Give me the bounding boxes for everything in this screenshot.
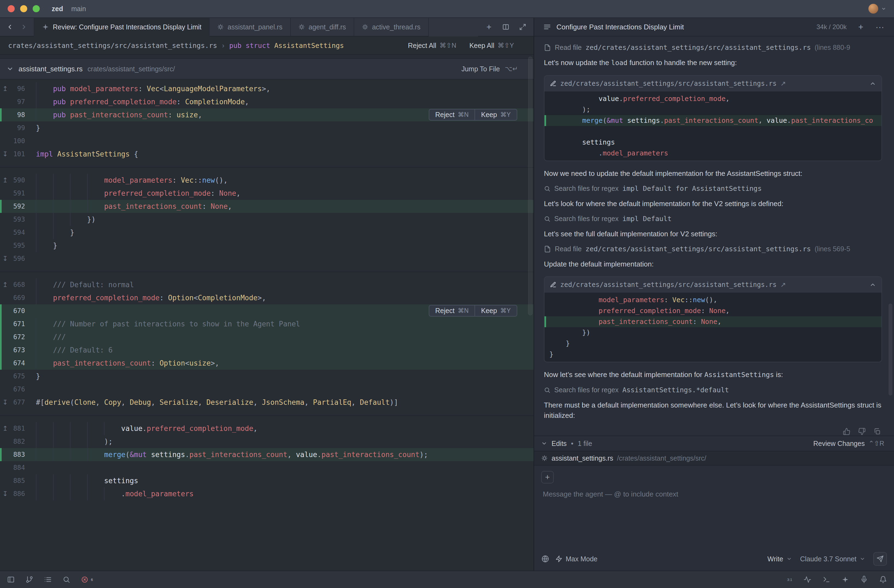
edit-diff-card: zed/crates/assistant_settings/src/assist… [544, 75, 882, 161]
new-tab-button[interactable]: + [482, 20, 496, 34]
code-line: ↥590 model_parameters: Vec::new(), [0, 174, 533, 187]
tool-call-read-file[interactable]: Read file zed/crates/assistant_settings/… [544, 44, 882, 51]
outline-panel-toggle[interactable] [44, 576, 52, 583]
zoom-pane-button[interactable] [516, 20, 530, 34]
mic-toggle[interactable] [860, 576, 868, 583]
cursor-position[interactable]: 3:1 [787, 577, 792, 582]
close-button[interactable] [8, 5, 15, 12]
keep-all-button[interactable]: Keep All⌘⇧Y [469, 42, 514, 50]
thread-history-icon[interactable] [544, 23, 551, 31]
tool-call-search[interactable]: Search files for regex impl Default for … [544, 184, 882, 192]
code-line [544, 126, 882, 137]
expand-excerpt-button[interactable]: ↧ [0, 490, 11, 497]
code-line: } [544, 338, 882, 349]
git-panel-toggle[interactable] [26, 576, 33, 583]
line-number: 98 [11, 111, 25, 119]
keep-hunk-button[interactable]: Keep⌘Y [474, 109, 517, 120]
code-line: 100 [0, 135, 533, 148]
edit-diff-card-header[interactable]: zed/crates/assistant_settings/src/assist… [544, 76, 882, 91]
collapse-card-button[interactable] [870, 80, 876, 87]
code-line: 669 preferred_completion_mode: Option<Co… [0, 291, 533, 304]
reject-hunk-button[interactable]: Reject⌘N [429, 109, 475, 120]
code-line: ); [544, 104, 882, 115]
code-line: ↧677#[derive(Clone, Copy, Debug, Seriali… [0, 396, 533, 409]
send-button[interactable] [873, 552, 887, 566]
message-composer: + Message the agent — @ to include conte… [534, 465, 894, 571]
message-input[interactable]: Message the agent — @ to include context [543, 490, 887, 499]
search-panel-toggle[interactable] [63, 576, 70, 583]
collapse-card-button[interactable] [870, 281, 876, 288]
open-file-link[interactable]: ↗ [781, 281, 786, 289]
thumbs-down-button[interactable] [858, 428, 866, 435]
jump-to-file-button[interactable]: Jump To File ⌥↵ [461, 65, 518, 73]
edit-prediction-toggle[interactable] [803, 576, 811, 583]
collapse-edits-button[interactable] [541, 440, 547, 446]
notifications-toggle[interactable] [879, 576, 887, 583]
git-branch-label[interactable]: main [71, 5, 86, 13]
split-pane-button[interactable] [499, 20, 513, 34]
edit-diff-card-header[interactable]: zed/crates/assistant_settings/src/assist… [544, 277, 882, 293]
multibuffer-editor[interactable]: assistant_settings.rs crates/assistant_s… [0, 55, 533, 571]
line-number: 882 [11, 438, 25, 445]
line-number: 593 [11, 216, 25, 223]
thumbs-up-button[interactable] [843, 428, 850, 435]
panel-scrollbar[interactable] [889, 304, 892, 396]
mode-selector[interactable]: Write [767, 555, 792, 563]
user-avatar[interactable] [868, 4, 878, 14]
editor-scrollbar[interactable] [528, 57, 533, 315]
edits-title: Edits [551, 440, 567, 447]
project-panel-toggle[interactable] [7, 576, 15, 583]
agent-panel-toggle[interactable] [842, 576, 849, 583]
code-line: settings [544, 137, 882, 148]
project-name[interactable]: zed [52, 5, 63, 13]
edited-file-row[interactable]: assistant_settings.rs /crates/assistant_… [534, 451, 894, 465]
expand-excerpt-button[interactable]: ↥ [0, 281, 11, 289]
expand-excerpt-button[interactable]: ↧ [0, 399, 11, 406]
error-count: 6 [91, 577, 93, 582]
review-changes-button[interactable]: Review Changes ⌃⇧R [813, 440, 884, 447]
tab-assistant-panel[interactable]: assistant_panel.rs [210, 18, 291, 36]
reject-hunk-button[interactable]: Reject⌘N [429, 305, 475, 316]
excerpt-file-header[interactable]: assistant_settings.rs crates/assistant_s… [0, 58, 533, 80]
navigate-back-button[interactable] [3, 20, 16, 33]
add-context-button[interactable]: + [541, 471, 554, 484]
expand-excerpt-button[interactable]: ↥ [0, 85, 11, 92]
line-number: 674 [11, 359, 25, 367]
tool-call-read-file[interactable]: Read file zed/crates/assistant_settings/… [544, 245, 882, 253]
tab-review[interactable]: Review: Configure Past Interactions Disp… [34, 18, 210, 36]
navigate-forward-button[interactable] [17, 20, 30, 33]
breadcrumb[interactable]: crates/assistant_settings/src/assistant_… [0, 36, 533, 55]
reject-all-button[interactable]: Reject All⌘⇧N [408, 42, 456, 50]
line-number: 672 [11, 333, 25, 341]
agent-tools-icon[interactable] [541, 555, 549, 563]
tool-call-search[interactable]: Search files for regex AssistantSettings… [544, 386, 882, 394]
line-number: 668 [11, 281, 25, 289]
tab-agent-diff[interactable]: agent_diff.rs [291, 18, 354, 36]
zoom-button[interactable] [33, 5, 40, 12]
user-menu-chevron-icon[interactable] [881, 6, 886, 11]
expand-excerpt-button[interactable]: ↥ [0, 177, 11, 184]
keep-hunk-button[interactable]: Keep⌘Y [474, 305, 517, 316]
assistant-message: Now let’s see where the default implemen… [544, 369, 882, 380]
max-mode-toggle[interactable]: Max Mode [555, 555, 598, 563]
new-thread-button[interactable]: + [854, 20, 868, 34]
copy-message-button[interactable] [873, 428, 881, 435]
hunk-review-controls: Reject⌘NKeep⌘Y [429, 305, 517, 317]
thread-scroll-area[interactable]: Read file zed/crates/assistant_settings/… [534, 36, 894, 435]
diagnostics-button[interactable]: 6 [81, 576, 93, 583]
tool-call-search[interactable]: Search files for regex impl Default [544, 215, 882, 223]
model-selector[interactable]: Claude 3.7 Sonnet [800, 555, 865, 563]
collapse-excerpt-icon[interactable] [6, 65, 14, 73]
code-excerpt: ↥96 pub model_parameters: Vec<LanguageMo… [0, 82, 533, 160]
terminal-panel-toggle[interactable] [823, 576, 830, 583]
expand-excerpt-button[interactable]: ↧ [0, 150, 11, 158]
open-file-link[interactable]: ↗ [781, 80, 786, 88]
more-options-button[interactable]: ··· [873, 20, 887, 34]
line-number: 671 [11, 320, 25, 328]
excerpt-divider [0, 409, 533, 422]
expand-excerpt-button[interactable]: ↧ [0, 255, 11, 262]
tab-active-thread[interactable]: active_thread.rs [354, 18, 429, 36]
minimize-button[interactable] [20, 5, 27, 12]
expand-excerpt-button[interactable]: ↥ [0, 425, 11, 432]
code-line: 594 } [0, 226, 533, 239]
